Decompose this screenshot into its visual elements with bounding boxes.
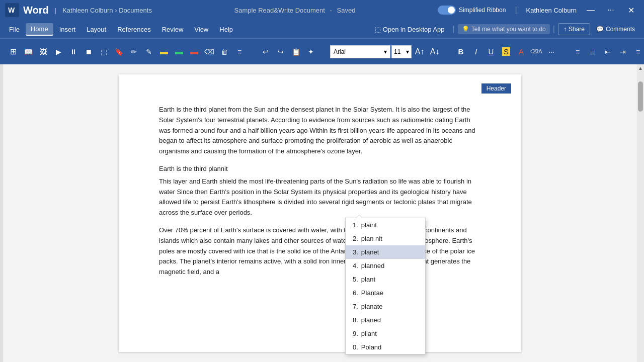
apps-btn[interactable]: ⊞ (6, 45, 20, 59)
font-grow-btn[interactable]: A↑ (413, 45, 427, 59)
paragraph-2[interactable]: Earth is the third plannit (159, 164, 481, 174)
titlebar-right: Simplified Ribbon | Kathleen Colburn — ·… (438, 3, 639, 17)
pause-btn[interactable]: ⏸ (66, 45, 80, 59)
play-btn[interactable]: ▶ (51, 45, 65, 59)
autocomplete-item-5[interactable]: 5. plant (346, 273, 425, 286)
clear-btn[interactable]: 🗑 (217, 45, 231, 59)
undoredo-group: ↩ ↪ 📋 ✦ (257, 45, 320, 59)
bold-btn[interactable]: B (454, 45, 468, 59)
highlight3-btn[interactable]: ▬ (187, 45, 201, 59)
minimize-btn[interactable]: — (583, 3, 599, 17)
menubar: File Home Insert Layout References Revie… (0, 20, 644, 38)
close-btn[interactable]: ✕ (623, 3, 639, 17)
autocomplete-item-3[interactable]: 3. planet (346, 245, 425, 259)
autocomplete-dropdown: 1. plaint 2. plan nit 3. planet 4. plann… (345, 218, 426, 354)
item-word-7: planate (361, 303, 383, 310)
highlight2-btn[interactable]: ▬ (172, 45, 186, 59)
item-word-0: Poland (361, 343, 381, 351)
scrollbar-right[interactable]: ▲ (637, 64, 644, 362)
font-selector[interactable]: Arial ▾ (330, 45, 390, 58)
comments-btn[interactable]: 💬 Comments (591, 24, 640, 35)
eraser1-btn[interactable]: ✏ (127, 45, 141, 59)
format-clear-btn[interactable]: ✦ (304, 45, 318, 59)
readwrite-toolbar: ⊞ 📖 🖼 ▶ ⏸ ⏹ ⬚ 🔖 ✏ ✎ ▬ ▬ ▬ ⌫ 🗑 ≡ (4, 45, 249, 59)
dropdown-arrow-inner (356, 215, 363, 219)
titlebar-left: W Word | Kathleen Colburn › Documents (5, 3, 152, 17)
scroll-up-btn[interactable]: ▲ (638, 64, 643, 71)
menu-layout[interactable]: Layout (82, 24, 111, 35)
stamp-btn[interactable]: 🔖 (112, 45, 126, 59)
menu-home[interactable]: Home (26, 23, 53, 36)
save-status: Saved (337, 7, 356, 14)
doc-content: Header Earth is the third planet from th… (3, 64, 637, 362)
item-num-8: 8. (353, 316, 358, 324)
item-word-2: plan nit (361, 235, 382, 242)
autocomplete-item-7[interactable]: 7. planate (346, 300, 425, 313)
share-label: Share (569, 26, 585, 33)
pencil-btn[interactable]: ✎ (142, 45, 156, 59)
autocomplete-item-1[interactable]: 1. plaint (346, 218, 425, 232)
redo-btn[interactable]: ↪ (274, 45, 288, 59)
item-word-5: plant (361, 276, 375, 283)
item-num-1: 1. (353, 221, 358, 229)
user-name[interactable]: Kathleen Colburn (526, 7, 577, 14)
lightbulb-icon: 💡 (462, 26, 469, 33)
indent-left-btn[interactable]: ⇤ (601, 45, 615, 59)
page: Header Earth is the third planet from th… (119, 74, 521, 352)
menu-references[interactable]: References (112, 24, 155, 35)
item-num-4: 4. (353, 262, 358, 269)
highlight1-btn[interactable]: ▬ (157, 45, 171, 59)
menu-insert[interactable]: Insert (54, 24, 81, 35)
autocomplete-item-8[interactable]: 8. planed (346, 313, 425, 327)
autocomplete-item-4[interactable]: 4. planned (346, 259, 425, 273)
indent-right-btn[interactable]: ⇥ (616, 45, 630, 59)
scrollbar-thumb[interactable] (638, 81, 643, 112)
app-icon: W (5, 3, 19, 17)
underline-btn[interactable]: U (484, 45, 498, 59)
font-size-chevron: ▾ (406, 48, 409, 55)
autocomplete-item-6[interactable]: 6. Plantae (346, 286, 425, 300)
window-controls: — ··· ✕ (583, 3, 639, 17)
font-size-selector[interactable]: 11 ▾ (391, 45, 412, 58)
read-icon-btn[interactable]: 📖 (21, 45, 35, 59)
simplified-ribbon-toggle[interactable]: Simplified Ribbon (438, 6, 506, 15)
highlight-color-btn[interactable]: S (499, 45, 513, 59)
eraser2-btn[interactable]: ⌫ (202, 45, 216, 59)
breadcrumb[interactable]: Kathleen Colburn › Documents (62, 7, 152, 14)
autocomplete-item-2[interactable]: 2. plan nit (346, 232, 425, 245)
undo-btn[interactable]: ↩ (259, 45, 273, 59)
font-selector-chevron: ▾ (384, 48, 387, 55)
italic-btn[interactable]: I (469, 45, 483, 59)
menu-review[interactable]: Review (157, 24, 189, 35)
more-btn[interactable]: ··· (603, 3, 619, 17)
bullet-list-btn[interactable]: ≡ (571, 45, 585, 59)
header-label[interactable]: Header (481, 83, 511, 94)
autocomplete-item-0[interactable]: 0. Poland (346, 340, 425, 354)
tell-me-box[interactable]: 💡 Tell me what you want to do (458, 24, 550, 34)
more-format-btn[interactable]: ··· (544, 45, 558, 59)
autocomplete-item-9[interactable]: 9. pliant (346, 327, 425, 340)
share-btn[interactable]: ↑ Share (558, 23, 590, 35)
open-desktop-btn[interactable]: ⬚ Open in Desktop App (370, 24, 450, 35)
font-shrink-btn[interactable]: A↓ (428, 45, 442, 59)
doc-body: Earth is the third planet from the Sun a… (159, 105, 481, 278)
svg-text:W: W (8, 6, 15, 14)
font-color-btn[interactable]: A (514, 45, 528, 59)
numbered-list-btn[interactable]: ≣ (586, 45, 600, 59)
stop-btn[interactable]: ⏹ (82, 45, 96, 59)
select-btn[interactable]: ⬚ (97, 45, 111, 59)
item-word-4: planned (361, 262, 384, 269)
alignment-btn[interactable]: ≡ (631, 45, 644, 59)
clear-format-btn[interactable]: ⌫A (529, 45, 543, 59)
menu-help[interactable]: Help (214, 24, 238, 35)
clipboard-btn[interactable]: 📋 (289, 45, 303, 59)
image-icon-btn[interactable]: 🖼 (36, 45, 50, 59)
app-name: Word (23, 5, 49, 16)
menu-file[interactable]: File (4, 24, 25, 35)
paragraph-4: Over 70% percent of Earth's surface is c… (159, 225, 481, 278)
apps2-btn[interactable]: ≡ (232, 45, 247, 59)
menu-view[interactable]: View (189, 24, 213, 35)
format-group: B I U S A ⌫A ··· (452, 45, 560, 59)
item-word-3: planet (361, 248, 379, 256)
doc-title: Sample Read&Write Document (234, 7, 325, 14)
